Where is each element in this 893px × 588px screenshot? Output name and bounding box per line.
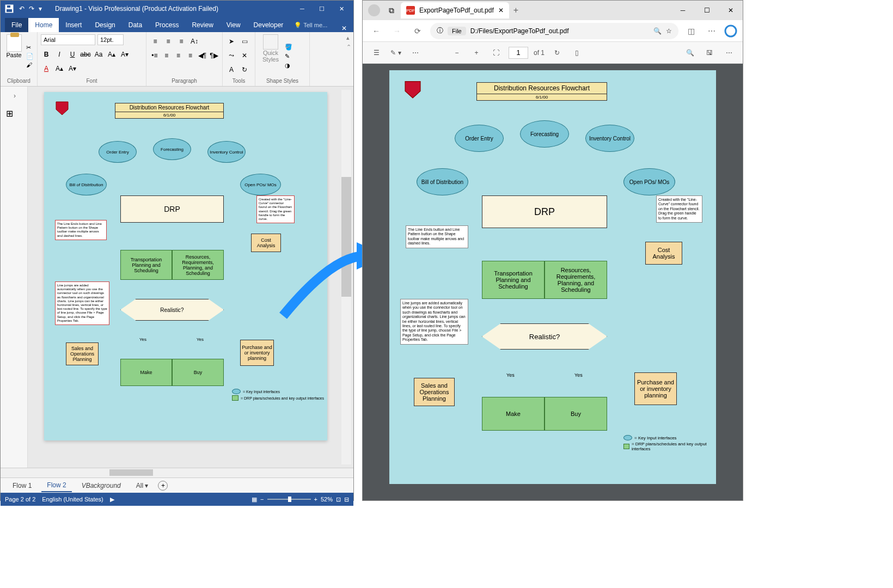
- connector-tool-button[interactable]: ⤳: [226, 51, 237, 60]
- tab-insert[interactable]: Insert: [59, 18, 88, 32]
- node-bill[interactable]: Bill of Distribution: [66, 174, 107, 195]
- presentation-button[interactable]: ▦: [252, 496, 257, 503]
- search-pdf-icon[interactable]: 🔍: [683, 46, 697, 60]
- scroll-up-icon[interactable]: ▴: [346, 34, 351, 41]
- address-bar[interactable]: ⓘ File D:/Files/ExportPageToPdf_out.pdf …: [430, 23, 678, 39]
- minimize-button[interactable]: ─: [295, 3, 310, 15]
- tab-all[interactable]: All ▾: [131, 480, 154, 492]
- draw-icon[interactable]: ✎ ▾: [389, 46, 403, 60]
- tabs-overview-icon[interactable]: ⧉: [386, 4, 397, 16]
- save-icon[interactable]: [5, 4, 14, 13]
- zoom-reset-icon[interactable]: 🔍: [653, 27, 662, 35]
- new-tab-button[interactable]: +: [513, 5, 518, 15]
- save-pdf-icon[interactable]: 🖫: [702, 46, 717, 60]
- node-make[interactable]: Make: [120, 359, 172, 386]
- tab-vbackground[interactable]: VBackground: [76, 480, 126, 492]
- tellme-search[interactable]: 💡 Tell me...: [290, 19, 332, 32]
- hscrollbar[interactable]: [1, 468, 353, 477]
- quick-styles-button[interactable]: Quick Styles: [259, 34, 283, 78]
- node-buy[interactable]: Buy: [172, 359, 224, 386]
- line-button[interactable]: ✎: [285, 53, 292, 60]
- align-mid-button[interactable]: ≡: [163, 36, 174, 46]
- edge-minimize-button[interactable]: ─: [671, 1, 695, 20]
- add-page-button[interactable]: +: [158, 481, 168, 491]
- text-tool-button[interactable]: A: [226, 65, 237, 75]
- font-color-button[interactable]: A: [41, 64, 52, 74]
- tab-close-icon[interactable]: ✕: [498, 7, 504, 14]
- text-dir-button[interactable]: A↕: [189, 36, 200, 46]
- pointer-tool-button[interactable]: ➤: [226, 36, 237, 46]
- node-cost[interactable]: Cost Analysis: [251, 234, 281, 252]
- italic-button[interactable]: I: [54, 50, 65, 59]
- pdf-settings-icon[interactable]: ⋯: [722, 46, 736, 60]
- page-view-icon[interactable]: ▯: [570, 46, 584, 60]
- favorite-icon[interactable]: ☆: [666, 27, 672, 35]
- copilot-icon[interactable]: [724, 24, 737, 38]
- node-sales[interactable]: Sales and Operations Planning: [66, 342, 99, 365]
- case-button[interactable]: Aa: [93, 50, 104, 59]
- indent-button[interactable]: ¶▶: [209, 51, 219, 60]
- paste-button[interactable]: Paste: [4, 34, 24, 78]
- tab-data[interactable]: Data: [122, 18, 149, 32]
- align-right-button[interactable]: ≡: [185, 51, 195, 60]
- chevron-right-icon[interactable]: ›: [14, 92, 16, 100]
- fit-button[interactable]: ⛶: [489, 46, 503, 60]
- format-painter-icon[interactable]: 🖌: [26, 62, 34, 68]
- status-macro-icon[interactable]: ▶: [110, 496, 114, 503]
- decrease-font-button[interactable]: A▾: [119, 50, 130, 59]
- close-button[interactable]: ✕: [334, 3, 349, 15]
- rotate-icon[interactable]: ↻: [550, 46, 564, 60]
- zoom-out-pdf-button[interactable]: −: [450, 46, 464, 60]
- strike-button[interactable]: abc: [80, 50, 91, 59]
- node-drp[interactable]: DRP: [120, 195, 224, 223]
- align-center-button[interactable]: ≡: [174, 51, 184, 60]
- node-inventory[interactable]: Inventory Control: [207, 141, 246, 163]
- align-top-button[interactable]: ≡: [150, 36, 161, 46]
- tab-flow2[interactable]: Flow 2: [41, 479, 71, 492]
- zoom-in-button[interactable]: +: [314, 496, 317, 503]
- refresh-button[interactable]: ⟳: [409, 23, 426, 39]
- back-button[interactable]: ←: [368, 23, 384, 39]
- tab-design[interactable]: Design: [88, 18, 121, 32]
- hscroll-thumb[interactable]: [109, 469, 153, 476]
- zoom-pct[interactable]: 52%: [321, 496, 333, 503]
- pdf-more-icon[interactable]: ⋯: [408, 46, 423, 60]
- node-realistic[interactable]: Realistic?: [120, 299, 224, 321]
- shapes-pane-icon[interactable]: ⊞: [6, 108, 13, 119]
- font-size-select[interactable]: [97, 34, 124, 45]
- shapes-pane[interactable]: › ⊞: [1, 87, 28, 468]
- font-name-select[interactable]: [41, 34, 95, 45]
- forward-button[interactable]: →: [389, 23, 405, 39]
- tab-flow1[interactable]: Flow 1: [7, 480, 37, 492]
- copy-icon[interactable]: 📄: [26, 53, 34, 60]
- align-left-button[interactable]: ≡: [162, 51, 172, 60]
- node-order-entry[interactable]: Order Entry: [99, 141, 137, 163]
- site-info-icon[interactable]: ⓘ: [437, 26, 443, 35]
- zoom-in-pdf-button[interactable]: +: [469, 46, 484, 60]
- tab-review[interactable]: Review: [185, 18, 219, 32]
- node-transport[interactable]: Transportation Planning and Scheduling: [120, 250, 172, 280]
- page-number-input[interactable]: [509, 47, 528, 59]
- browser-tab[interactable]: PDF ExportPageToPdf_out.pdf ✕: [401, 2, 509, 19]
- status-lang[interactable]: English (United States): [42, 496, 103, 503]
- outdent-button[interactable]: ◀¶: [197, 51, 207, 60]
- maximize-button[interactable]: ☐: [314, 3, 329, 15]
- cut-icon[interactable]: ✂: [26, 44, 34, 51]
- collapse-ribbon-icon[interactable]: ⌃: [346, 44, 351, 51]
- tab-file[interactable]: File: [5, 18, 28, 32]
- ribbon-close-icon[interactable]: ✕: [335, 24, 353, 32]
- tab-process[interactable]: Process: [149, 18, 185, 32]
- pdf-viewport[interactable]: Distribution Resources Flowchart 6/1/00 …: [363, 64, 743, 500]
- node-openpos[interactable]: Open POs/ MOs: [240, 174, 281, 195]
- increase-font-button[interactable]: A▴: [106, 50, 117, 59]
- edge-menu-button[interactable]: ⋯: [704, 23, 720, 39]
- rect-tool-button[interactable]: ▭: [239, 36, 250, 46]
- node-purchase[interactable]: Purchase and or inventory planning: [240, 340, 274, 366]
- bullets-button[interactable]: •≡: [150, 51, 160, 60]
- tab-home[interactable]: Home: [28, 18, 59, 32]
- contents-icon[interactable]: ☰: [369, 46, 383, 60]
- profile-icon[interactable]: [368, 4, 380, 16]
- node-resources[interactable]: Resources, Requirements, Planning, and S…: [172, 250, 224, 280]
- zoom-slider[interactable]: [267, 499, 311, 500]
- zoom-out-button[interactable]: −: [260, 496, 264, 503]
